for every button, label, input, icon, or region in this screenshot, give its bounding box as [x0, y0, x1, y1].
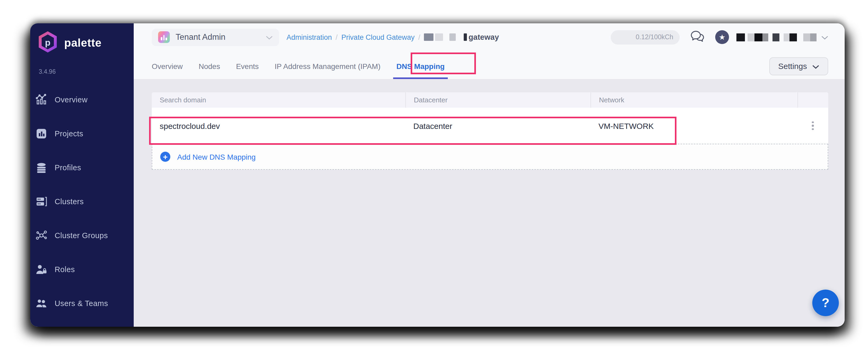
- tab-overview[interactable]: Overview: [152, 53, 183, 79]
- users-teams-icon: [35, 297, 48, 309]
- redaction-block: [748, 33, 754, 41]
- svg-text:p: p: [45, 37, 51, 47]
- stage: p palette 3.4.96 Overview: [0, 0, 868, 349]
- user-menu-button[interactable]: [821, 32, 828, 42]
- sidebar-item-profiles[interactable]: Profiles: [35, 161, 134, 174]
- dns-mapping-table: Search domain Datacenter Network spectro…: [152, 92, 828, 170]
- usage-badge: 0.12/100kCh: [611, 30, 680, 44]
- sidebar-nav: Overview Projects: [35, 93, 134, 327]
- main-area: Tenant Admin Administration / Private Cl…: [134, 23, 845, 327]
- sidebar-item-label: Projects: [55, 129, 83, 138]
- add-dns-mapping-button[interactable]: + Add New DNS Mapping: [152, 144, 828, 170]
- star-badge[interactable]: ★: [715, 30, 729, 44]
- topbar: Tenant Admin Administration / Private Cl…: [152, 28, 828, 47]
- column-header-search-domain: Search domain: [152, 92, 405, 108]
- topbar-right: 0.12/100kCh ★: [611, 29, 828, 45]
- breadcrumb-separator: /: [336, 33, 338, 41]
- redaction-block: [464, 33, 467, 41]
- sidebar-item-label: Roles: [55, 265, 75, 274]
- tab-dns-mapping[interactable]: DNS Mapping: [396, 53, 444, 79]
- overview-icon: [35, 94, 48, 105]
- logo[interactable]: p palette: [37, 30, 134, 56]
- breadcrumb: Administration / Private Cloud Gateway /…: [286, 33, 499, 41]
- breadcrumb-current-text: gateway: [468, 33, 499, 41]
- tab-ipam[interactable]: IP Address Management (IPAM): [275, 53, 380, 79]
- sidebar-item-label: Profiles: [55, 163, 81, 172]
- sidebar: p palette 3.4.96 Overview: [30, 23, 134, 327]
- sidebar-item-label: Clusters: [55, 197, 84, 206]
- sidebar-item-roles[interactable]: Roles: [35, 262, 134, 276]
- redaction-block: [803, 33, 810, 41]
- table-header: Search domain Datacenter Network: [152, 92, 828, 108]
- profiles-icon: [35, 162, 48, 173]
- table-row[interactable]: spectrocloud.dev Datacenter VM-NETWORK: [152, 108, 828, 144]
- question-mark-icon: ?: [822, 295, 829, 310]
- chevron-down-icon: [821, 32, 828, 42]
- app-window: p palette 3.4.96 Overview: [30, 23, 845, 327]
- row-actions-menu-button[interactable]: [809, 118, 817, 133]
- content: Search domain Datacenter Network spectro…: [134, 79, 845, 327]
- breadcrumb-link-administration[interactable]: Administration: [286, 33, 332, 41]
- breadcrumb-link-private-cloud-gateway[interactable]: Private Cloud Gateway: [341, 33, 415, 41]
- redaction-block: [773, 33, 779, 41]
- cell-actions: [798, 108, 828, 144]
- redaction-block: [424, 33, 433, 41]
- chevron-down-icon: [266, 32, 273, 42]
- sidebar-item-clusters[interactable]: Clusters: [35, 195, 134, 209]
- chevron-down-icon: [812, 61, 819, 71]
- settings-button[interactable]: Settings: [769, 57, 828, 75]
- redaction-block: [435, 33, 443, 41]
- roles-icon: [35, 264, 48, 275]
- column-header-actions: [798, 92, 828, 108]
- add-dns-mapping-label: Add New DNS Mapping: [177, 153, 256, 161]
- star-icon: ★: [719, 33, 725, 41]
- redaction-block: [763, 33, 768, 41]
- help-button[interactable]: ?: [812, 290, 839, 316]
- sidebar-item-cluster-groups[interactable]: Cluster Groups: [35, 229, 134, 243]
- sidebar-item-users-teams[interactable]: Users & Teams: [35, 296, 134, 310]
- sidebar-item-overview[interactable]: Overview: [35, 93, 134, 106]
- redaction-block: [737, 33, 745, 41]
- chat-icon: [690, 29, 705, 45]
- column-header-network: Network: [590, 92, 798, 108]
- redaction-block: [789, 33, 797, 41]
- redaction-block: [754, 33, 763, 41]
- redaction-block: [450, 33, 456, 41]
- app-version: 3.4.96: [39, 68, 134, 75]
- plus-icon: +: [160, 152, 170, 162]
- cell-search-domain: spectrocloud.dev: [152, 108, 405, 144]
- tenant-selector-label: Tenant Admin: [176, 32, 266, 42]
- sidebar-item-label: Users & Teams: [55, 299, 108, 308]
- clusters-icon: [35, 196, 48, 208]
- sidebar-item-label: Overview: [55, 95, 88, 104]
- tabs-row: Overview Nodes Events IP Address Managem…: [152, 53, 828, 79]
- sidebar-item-label: Cluster Groups: [55, 231, 108, 240]
- cell-datacenter: Datacenter: [405, 108, 590, 144]
- logo-text: palette: [64, 37, 102, 49]
- tab-nodes[interactable]: Nodes: [199, 53, 220, 79]
- redaction-block: [810, 33, 816, 41]
- tenant-selector[interactable]: Tenant Admin: [152, 28, 279, 46]
- cluster-groups-icon: [35, 230, 48, 241]
- chat-button[interactable]: [690, 29, 705, 45]
- breadcrumb-separator: /: [418, 33, 421, 41]
- palette-logo-icon: p: [37, 30, 58, 56]
- tab-events[interactable]: Events: [236, 53, 259, 79]
- breadcrumb-current-gateway: gateway: [424, 33, 499, 41]
- cell-network: VM-NETWORK: [590, 108, 798, 144]
- settings-button-label: Settings: [778, 62, 807, 70]
- tenant-icon: [158, 31, 170, 43]
- tabs: Overview Nodes Events IP Address Managem…: [152, 53, 444, 79]
- user-name-redacted: [737, 33, 816, 41]
- column-header-datacenter: Datacenter: [405, 92, 590, 108]
- redaction-block: [784, 33, 789, 41]
- usage-badge-text: 0.12/100kCh: [636, 33, 673, 41]
- sidebar-item-projects[interactable]: Projects: [35, 127, 134, 140]
- projects-icon: [35, 128, 48, 139]
